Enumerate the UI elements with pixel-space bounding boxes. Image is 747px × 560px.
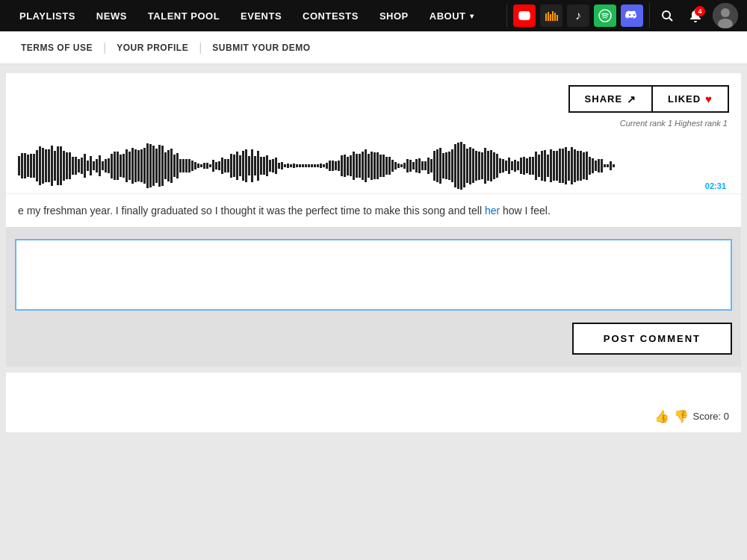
comment-score: Score: 0 [693,411,729,422]
post-comment-button[interactable]: POST COMMENT [572,323,732,355]
description-text-after: how I feel. [500,205,551,217]
svg-point-10 [721,8,730,17]
track-duration: 02:31 [705,181,726,190]
secondary-nav: TERMS OF USE | YOUR PROFILE | SUBMIT YOU… [0,31,747,64]
nav-item-playlists[interactable]: PLAYLISTS [9,10,86,22]
post-comment-row: POST COMMENT [15,323,732,355]
comment-section: POST COMMENT [6,227,741,367]
svg-rect-3 [552,11,554,21]
description-text-before: e my freshman year. I finally graduated … [18,205,485,217]
rank-info: Current rank 1 Highest rank 1 [18,119,729,128]
nav-divider-1: | [102,41,108,55]
svg-rect-5 [557,15,558,21]
main-content: SHARE ↗ LIKED ♥ Current rank 1 Highest r… [0,73,747,432]
liked-button[interactable]: LIKED ♥ [651,85,729,113]
avatar[interactable] [713,3,738,28]
nav-divider-2: | [197,41,203,55]
nav-item-about[interactable]: ABOUT ▾ [419,10,485,22]
comment-input[interactable] [15,239,732,311]
top-nav: PLAYLISTS NEWS TALENT POOL EVENTS CONTES… [0,0,747,31]
player-section: SHARE ↗ LIKED ♥ Current rank 1 Highest r… [6,73,741,193]
thumbs-up-icon[interactable]: 👍 [654,409,669,423]
nav-item-contests[interactable]: CONTESTS [292,10,369,22]
waveform[interactable]: 02:31 [18,134,729,193]
youtube-icon[interactable] [513,4,536,27]
sec-nav-submit-demo[interactable]: SUBMIT YOUR DEMO [203,43,319,53]
share-button[interactable]: SHARE ↗ [568,85,654,113]
sec-nav-profile[interactable]: YOUR PROFILE [108,43,197,53]
discord-icon[interactable] [621,4,643,27]
player-top-controls: SHARE ↗ LIKED ♥ [18,85,729,113]
sec-nav-terms[interactable]: TERMS OF USE [12,43,102,53]
comment-actions: 👍 👎 Score: 0 [654,409,729,423]
equalizer-icon[interactable] [540,4,562,27]
share-icon: ↗ [627,93,636,105]
nav-item-events[interactable]: EVENTS [230,10,292,22]
svg-rect-4 [554,13,556,21]
description-section: e my freshman year. I finally graduated … [6,193,741,227]
nav-item-news[interactable]: NEWS [86,10,137,22]
music-icon[interactable]: ♪ [567,4,589,27]
nav-links: PLAYLISTS NEWS TALENT POOL EVENTS CONTES… [9,10,503,22]
notifications-button[interactable]: 4 [684,4,707,27]
nav-right: 4 [649,3,738,28]
search-button[interactable] [656,4,678,27]
nav-item-talent-pool[interactable]: TALENT POOL [137,10,230,22]
notification-badge: 4 [695,6,705,16]
svg-point-7 [663,11,670,19]
comment-card: 👍 👎 Score: 0 [6,373,741,432]
svg-rect-0 [545,13,547,21]
svg-rect-2 [550,14,551,21]
nav-item-shop[interactable]: SHOP [369,10,419,22]
thumbs-down-icon[interactable]: 👎 [674,409,689,423]
platform-icons: ♪ [506,4,649,27]
svg-rect-1 [548,12,549,21]
spotify-icon[interactable] [594,4,616,27]
svg-line-8 [669,18,672,21]
description-text-blue: her [485,205,500,217]
waveform-bars [18,140,729,192]
chevron-down-icon: ▾ [470,12,474,20]
heart-icon: ♥ [705,93,713,105]
